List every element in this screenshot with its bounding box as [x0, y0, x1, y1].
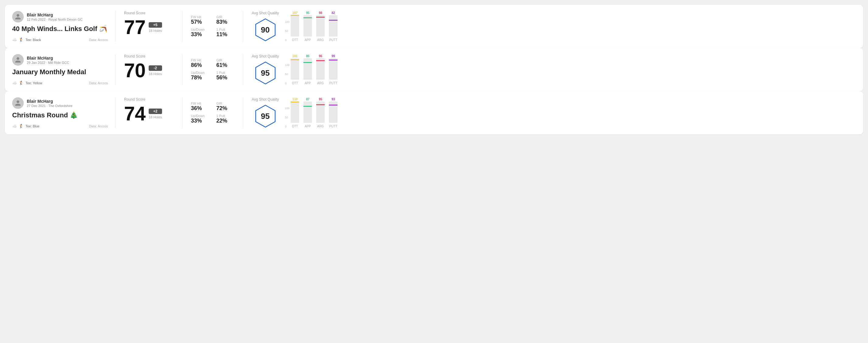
tee-label: Tee: Black — [26, 38, 41, 42]
chart-bars: 107 OTT 95 APP 98 — [291, 11, 338, 42]
bar-label-app: APP — [305, 38, 311, 42]
avatar — [12, 54, 24, 66]
score-badge-block: -2 18 Holes — [149, 65, 162, 76]
round-title: Christmas Round 🎄 — [12, 111, 108, 119]
y-label-100: 100 — [285, 64, 289, 67]
score-holes: 18 Holes — [149, 115, 162, 119]
hexagon-container: 95 — [253, 61, 278, 85]
card-stats: FW Hit 36% GIR 72% Up/Down 33% 1 Putt 22… — [182, 97, 243, 128]
bar-label-putt: PUTT — [329, 125, 337, 128]
tee-label: Tee: Blue — [26, 124, 39, 128]
chart-area: 100 50 0 110 OTT 87 — [285, 98, 856, 128]
stat-updown: Up/Down 78% — [191, 71, 209, 81]
bar-group-arg: 95 ARG — [316, 98, 325, 128]
bar-label-ott: OTT — [292, 125, 298, 128]
quality-section-label: Avg Shot Quality — [252, 54, 279, 58]
y-label-50: 50 — [285, 116, 289, 119]
card-footer: ☁️ 🏌️ Tee: Black Data: Arccos — [12, 37, 108, 42]
y-label-50: 50 — [285, 73, 289, 76]
cloud-icon: ☁️ — [12, 124, 17, 128]
fw-hit-value: 86% — [191, 62, 209, 68]
bar-label-app: APP — [305, 125, 311, 128]
bar-group-putt: 99 PUTT — [329, 55, 338, 85]
quality-section-label: Avg Shot Quality — [252, 11, 279, 15]
user-date-course: 29 Jan 2022 · Mill Ride GCC — [27, 61, 69, 64]
tee-info: ☁️ 🏌️ Tee: Black — [12, 37, 41, 42]
card-left-round3: Blair McHarg 27 Dec 2021 · The Oxfordshi… — [12, 97, 116, 128]
golf-icon: 🏌️ — [19, 124, 24, 128]
score-number: 74 — [124, 104, 146, 123]
stat-oneputt: 1 Putt 11% — [216, 28, 235, 38]
bar-value-putt: 99 — [332, 55, 335, 58]
avatar — [12, 11, 24, 23]
gir-value: 83% — [216, 19, 235, 25]
score-modifier-badge: +2 — [149, 108, 162, 114]
bar-value-arg: 96 — [319, 55, 322, 58]
chart-bars: 101 OTT 86 APP 96 — [291, 55, 338, 85]
tee-info: ☁️ 🏌️ Tee: Yellow — [12, 81, 42, 85]
fw-hit-label: FW Hit — [191, 15, 209, 19]
chart-y-labels: 100 50 0 — [285, 20, 289, 42]
data-source: Data: Arccos — [89, 81, 108, 85]
card-footer: ☁️ 🏌️ Tee: Blue Data: Arccos — [12, 124, 108, 128]
bar-label-arg: ARG — [317, 38, 324, 42]
bar-label-app: APP — [305, 82, 311, 85]
cloud-icon: ☁️ — [12, 37, 17, 42]
user-icon — [14, 100, 21, 106]
user-info: Blair McHarg 12 Feb 2022 · Royal North D… — [12, 11, 108, 23]
stat-fw-hit: FW Hit 57% — [191, 15, 209, 25]
fw-hit-value: 57% — [191, 19, 209, 25]
bar-label-putt: PUTT — [329, 38, 337, 42]
gir-value: 72% — [216, 105, 235, 112]
y-label-100: 100 — [285, 107, 289, 110]
bar-value-putt: 82 — [332, 11, 335, 14]
score-row: 70 -2 18 Holes — [124, 61, 174, 80]
score-holes: 18 Holes — [149, 29, 162, 33]
oneputt-label: 1 Putt — [216, 71, 235, 74]
bar-label-arg: ARG — [317, 125, 324, 128]
bar-group-putt: 82 PUTT — [329, 11, 338, 42]
gir-label: GIR — [216, 15, 235, 19]
stat-gir: GIR 61% — [216, 58, 235, 68]
bar-label-ott: OTT — [292, 38, 298, 42]
hex-score: 95 — [261, 68, 270, 78]
bar-value-app: 95 — [306, 11, 310, 14]
cloud-icon: ☁️ — [12, 81, 17, 85]
oneputt-label: 1 Putt — [216, 114, 235, 118]
bar-group-putt: 93 PUTT — [329, 98, 338, 128]
updown-label: Up/Down — [191, 28, 209, 31]
user-name: Blair McHarg — [27, 12, 83, 17]
card-stats: FW Hit 57% GIR 83% Up/Down 33% 1 Putt 11… — [182, 11, 243, 42]
bar-value-arg: 95 — [319, 98, 322, 101]
fw-hit-label: FW Hit — [191, 58, 209, 62]
chart-area: 100 50 0 107 OTT 95 — [285, 11, 856, 42]
hex-score: 90 — [261, 25, 270, 35]
updown-label: Up/Down — [191, 114, 209, 118]
gir-label: GIR — [216, 58, 235, 62]
score-section-label: Round Score — [124, 54, 174, 58]
y-label-0: 0 — [285, 125, 289, 128]
bar-group-ott: 101 OTT — [291, 55, 299, 85]
stat-updown: Up/Down 33% — [191, 114, 209, 124]
score-section-label: Round Score — [124, 97, 174, 101]
card-quality: Avg Shot Quality 95 100 50 0 — [243, 54, 856, 85]
bar-value-app: 86 — [306, 55, 310, 58]
updown-value: 33% — [191, 31, 209, 38]
round-title: 40 Mph Winds... Links Golf 🪃 — [12, 25, 108, 33]
bar-label-arg: ARG — [317, 82, 324, 85]
golf-icon: 🏌️ — [19, 81, 24, 85]
stat-gir: GIR 72% — [216, 101, 235, 112]
round-card-round1: Blair McHarg 12 Feb 2022 · Royal North D… — [5, 5, 863, 48]
quality-left: Avg Shot Quality 95 — [252, 97, 279, 128]
oneputt-label: 1 Putt — [216, 28, 235, 31]
round-card-round2: Blair McHarg 29 Jan 2022 · Mill Ride GCC… — [5, 48, 863, 91]
user-info: Blair McHarg 27 Dec 2021 · The Oxfordshi… — [12, 97, 108, 109]
chart-container: 100 50 0 107 OTT 95 — [285, 11, 856, 42]
user-date-course: 27 Dec 2021 · The Oxfordshire — [27, 104, 72, 107]
bar-value-arg: 98 — [319, 11, 322, 14]
bar-group-arg: 98 ARG — [316, 11, 325, 42]
round-title: January Monthly Medal — [12, 68, 108, 76]
score-badge-block: +2 18 Holes — [149, 108, 162, 119]
chart-y-labels: 100 50 0 — [285, 64, 289, 85]
stats-grid: FW Hit 36% GIR 72% Up/Down 33% 1 Putt 22… — [191, 101, 235, 124]
